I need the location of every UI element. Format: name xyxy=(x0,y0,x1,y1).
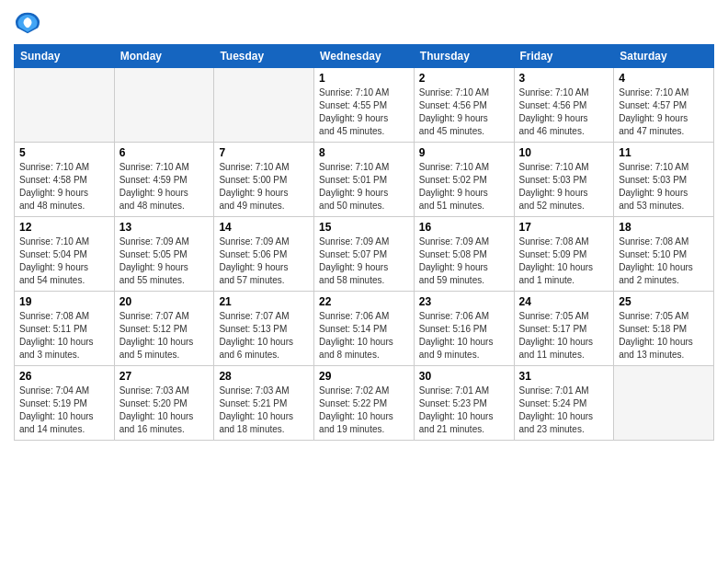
calendar-cell xyxy=(214,68,314,143)
calendar-cell: 21Sunrise: 7:07 AM Sunset: 5:13 PM Dayli… xyxy=(214,292,314,366)
day-info: Sunrise: 7:10 AM Sunset: 4:59 PM Dayligh… xyxy=(119,161,210,213)
calendar-cell: 6Sunrise: 7:10 AM Sunset: 4:59 PM Daylig… xyxy=(114,143,214,217)
day-number: 21 xyxy=(219,295,309,308)
calendar-cell: 13Sunrise: 7:09 AM Sunset: 5:05 PM Dayli… xyxy=(114,217,214,292)
day-info: Sunrise: 7:04 AM Sunset: 5:19 PM Dayligh… xyxy=(19,385,109,436)
day-number: 30 xyxy=(419,370,509,383)
logo xyxy=(14,9,45,37)
day-info: Sunrise: 7:10 AM Sunset: 5:00 PM Dayligh… xyxy=(219,161,309,213)
calendar-cell: 14Sunrise: 7:09 AM Sunset: 5:06 PM Dayli… xyxy=(214,217,314,292)
calendar-cell: 18Sunrise: 7:08 AM Sunset: 5:10 PM Dayli… xyxy=(614,217,714,292)
day-info: Sunrise: 7:05 AM Sunset: 5:17 PM Dayligh… xyxy=(519,310,609,362)
calendar-cell: 17Sunrise: 7:08 AM Sunset: 5:09 PM Dayli… xyxy=(514,217,614,292)
day-number: 18 xyxy=(619,221,709,234)
day-info: Sunrise: 7:10 AM Sunset: 4:58 PM Dayligh… xyxy=(19,161,109,213)
day-number: 3 xyxy=(519,72,609,85)
day-number: 10 xyxy=(519,146,609,159)
day-header-monday: Monday xyxy=(114,45,214,68)
day-info: Sunrise: 7:09 AM Sunset: 5:06 PM Dayligh… xyxy=(219,236,309,287)
day-number: 28 xyxy=(219,370,309,383)
day-number: 12 xyxy=(19,221,109,234)
calendar-cell: 27Sunrise: 7:03 AM Sunset: 5:20 PM Dayli… xyxy=(114,366,214,441)
day-info: Sunrise: 7:08 AM Sunset: 5:10 PM Dayligh… xyxy=(619,236,709,287)
calendar-cell: 26Sunrise: 7:04 AM Sunset: 5:19 PM Dayli… xyxy=(15,366,115,441)
calendar-cell: 20Sunrise: 7:07 AM Sunset: 5:12 PM Dayli… xyxy=(114,292,214,366)
day-number: 19 xyxy=(19,295,109,308)
day-number: 11 xyxy=(619,146,709,159)
day-info: Sunrise: 7:01 AM Sunset: 5:24 PM Dayligh… xyxy=(519,385,609,436)
day-number: 15 xyxy=(319,221,409,234)
day-number: 14 xyxy=(219,221,309,234)
day-number: 24 xyxy=(519,295,609,308)
day-number: 7 xyxy=(219,146,309,159)
days-header-row: SundayMondayTuesdayWednesdayThursdayFrid… xyxy=(15,45,714,68)
calendar-cell: 25Sunrise: 7:05 AM Sunset: 5:18 PM Dayli… xyxy=(614,292,714,366)
page: SundayMondayTuesdayWednesdayThursdayFrid… xyxy=(0,0,728,450)
day-number: 17 xyxy=(519,221,609,234)
calendar-cell: 23Sunrise: 7:06 AM Sunset: 5:16 PM Dayli… xyxy=(414,292,514,366)
day-info: Sunrise: 7:08 AM Sunset: 5:11 PM Dayligh… xyxy=(19,310,109,362)
day-number: 29 xyxy=(319,370,409,383)
calendar-cell: 12Sunrise: 7:10 AM Sunset: 5:04 PM Dayli… xyxy=(15,217,115,292)
day-info: Sunrise: 7:10 AM Sunset: 5:02 PM Dayligh… xyxy=(419,161,509,213)
week-row-1: 1Sunrise: 7:10 AM Sunset: 4:55 PM Daylig… xyxy=(15,68,714,143)
calendar-cell: 9Sunrise: 7:10 AM Sunset: 5:02 PM Daylig… xyxy=(414,143,514,217)
logo-icon xyxy=(14,9,41,37)
week-row-5: 26Sunrise: 7:04 AM Sunset: 5:19 PM Dayli… xyxy=(15,366,714,441)
calendar-cell: 29Sunrise: 7:02 AM Sunset: 5:22 PM Dayli… xyxy=(314,366,415,441)
week-row-4: 19Sunrise: 7:08 AM Sunset: 5:11 PM Dayli… xyxy=(15,292,714,366)
day-info: Sunrise: 7:10 AM Sunset: 5:03 PM Dayligh… xyxy=(519,161,609,213)
day-info: Sunrise: 7:03 AM Sunset: 5:20 PM Dayligh… xyxy=(119,385,210,436)
day-header-saturday: Saturday xyxy=(614,45,714,68)
day-number: 27 xyxy=(119,370,210,383)
calendar-cell: 24Sunrise: 7:05 AM Sunset: 5:17 PM Dayli… xyxy=(514,292,614,366)
day-info: Sunrise: 7:06 AM Sunset: 5:16 PM Dayligh… xyxy=(419,310,509,362)
day-info: Sunrise: 7:10 AM Sunset: 4:57 PM Dayligh… xyxy=(619,86,709,138)
day-info: Sunrise: 7:10 AM Sunset: 4:56 PM Dayligh… xyxy=(519,86,609,138)
calendar-cell: 11Sunrise: 7:10 AM Sunset: 5:03 PM Dayli… xyxy=(614,143,714,217)
day-number: 8 xyxy=(319,146,409,159)
calendar-cell: 30Sunrise: 7:01 AM Sunset: 5:23 PM Dayli… xyxy=(414,366,514,441)
day-info: Sunrise: 7:10 AM Sunset: 5:03 PM Dayligh… xyxy=(619,161,709,213)
calendar-cell: 15Sunrise: 7:09 AM Sunset: 5:07 PM Dayli… xyxy=(314,217,415,292)
day-header-wednesday: Wednesday xyxy=(314,45,415,68)
day-info: Sunrise: 7:10 AM Sunset: 4:55 PM Dayligh… xyxy=(319,86,409,138)
day-header-friday: Friday xyxy=(514,45,614,68)
day-info: Sunrise: 7:09 AM Sunset: 5:05 PM Dayligh… xyxy=(119,236,210,287)
day-number: 16 xyxy=(419,221,509,234)
day-info: Sunrise: 7:08 AM Sunset: 5:09 PM Dayligh… xyxy=(519,236,609,287)
calendar-cell: 2Sunrise: 7:10 AM Sunset: 4:56 PM Daylig… xyxy=(414,68,514,143)
day-header-sunday: Sunday xyxy=(15,45,115,68)
day-number: 13 xyxy=(119,221,210,234)
week-row-3: 12Sunrise: 7:10 AM Sunset: 5:04 PM Dayli… xyxy=(15,217,714,292)
week-row-2: 5Sunrise: 7:10 AM Sunset: 4:58 PM Daylig… xyxy=(15,143,714,217)
calendar-cell: 5Sunrise: 7:10 AM Sunset: 4:58 PM Daylig… xyxy=(15,143,115,217)
day-header-tuesday: Tuesday xyxy=(214,45,314,68)
day-number: 23 xyxy=(419,295,509,308)
day-info: Sunrise: 7:01 AM Sunset: 5:23 PM Dayligh… xyxy=(419,385,509,436)
day-info: Sunrise: 7:03 AM Sunset: 5:21 PM Dayligh… xyxy=(219,385,309,436)
calendar-cell: 22Sunrise: 7:06 AM Sunset: 5:14 PM Dayli… xyxy=(314,292,415,366)
calendar-cell: 3Sunrise: 7:10 AM Sunset: 4:56 PM Daylig… xyxy=(514,68,614,143)
day-info: Sunrise: 7:06 AM Sunset: 5:14 PM Dayligh… xyxy=(319,310,409,362)
day-info: Sunrise: 7:10 AM Sunset: 5:04 PM Dayligh… xyxy=(19,236,109,287)
calendar-cell xyxy=(614,366,714,441)
day-info: Sunrise: 7:10 AM Sunset: 4:56 PM Dayligh… xyxy=(419,86,509,138)
calendar-cell xyxy=(114,68,214,143)
day-number: 22 xyxy=(319,295,409,308)
calendar-cell: 16Sunrise: 7:09 AM Sunset: 5:08 PM Dayli… xyxy=(414,217,514,292)
day-header-thursday: Thursday xyxy=(414,45,514,68)
day-number: 2 xyxy=(419,72,509,85)
calendar-cell: 31Sunrise: 7:01 AM Sunset: 5:24 PM Dayli… xyxy=(514,366,614,441)
day-info: Sunrise: 7:07 AM Sunset: 5:13 PM Dayligh… xyxy=(219,310,309,362)
day-number: 9 xyxy=(419,146,509,159)
day-info: Sunrise: 7:02 AM Sunset: 5:22 PM Dayligh… xyxy=(319,385,409,436)
day-info: Sunrise: 7:09 AM Sunset: 5:07 PM Dayligh… xyxy=(319,236,409,287)
day-number: 4 xyxy=(619,72,709,85)
day-number: 25 xyxy=(619,295,709,308)
calendar-cell: 28Sunrise: 7:03 AM Sunset: 5:21 PM Dayli… xyxy=(214,366,314,441)
calendar-cell: 1Sunrise: 7:10 AM Sunset: 4:55 PM Daylig… xyxy=(314,68,415,143)
calendar-cell xyxy=(15,68,115,143)
day-number: 31 xyxy=(519,370,609,383)
calendar-cell: 10Sunrise: 7:10 AM Sunset: 5:03 PM Dayli… xyxy=(514,143,614,217)
